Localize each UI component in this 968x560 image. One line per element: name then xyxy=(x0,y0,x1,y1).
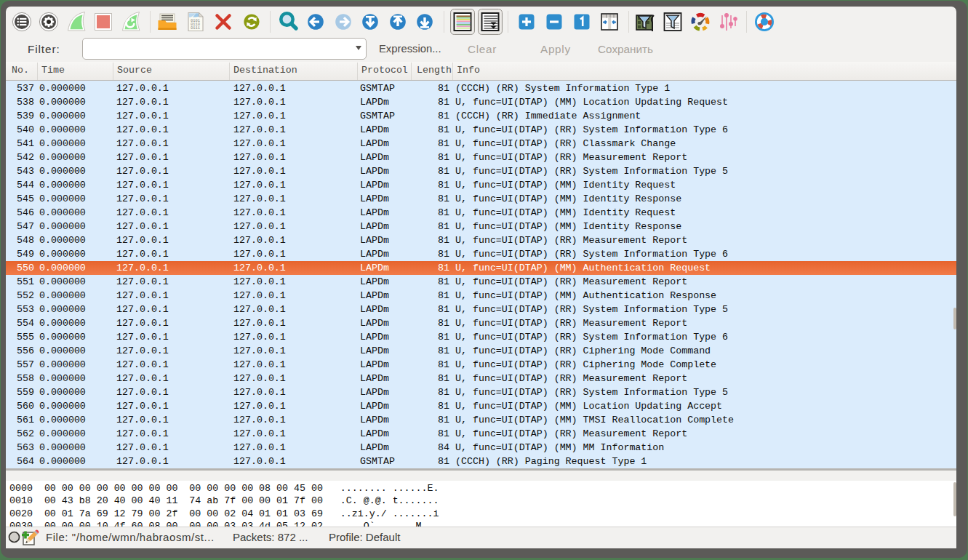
svg-text:0111: 0111 xyxy=(191,26,200,31)
